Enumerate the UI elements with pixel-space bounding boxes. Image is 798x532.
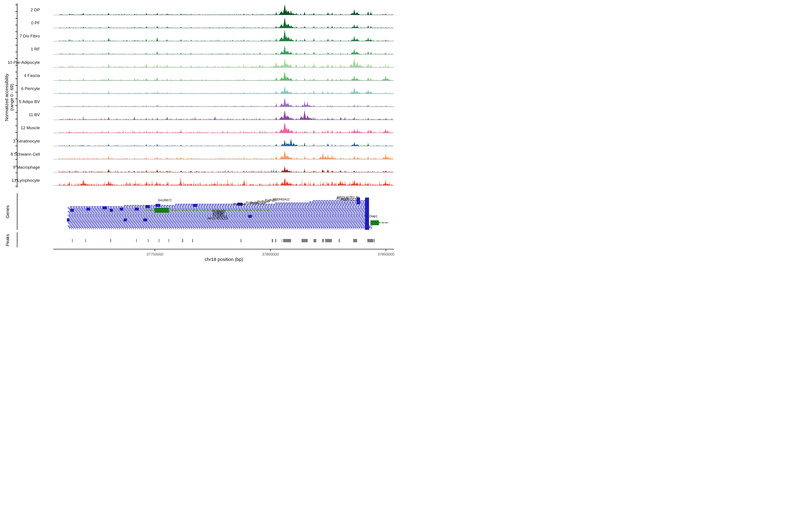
track-label: 2 DP — [0, 7, 40, 13]
tracks-canvas — [0, 0, 399, 266]
gene-label: PCDHGC5 — [341, 197, 357, 201]
track-label: 13 Lymphocyte — [0, 178, 40, 183]
track-label: 9 Macrophage — [0, 165, 40, 170]
track-label: 4 Fascia — [0, 73, 40, 78]
gene-label: PCDHGA9 — [250, 202, 265, 205]
track-label: 1 RF — [0, 47, 40, 52]
track-label: 6 Pericyte — [0, 86, 40, 91]
gene-label: Gm26672 — [158, 198, 172, 202]
genes-panel-label: Genes — [5, 203, 10, 221]
gene-label: RP23-407E2.9 — [208, 216, 228, 220]
genome-browser-figure: Normalized accessibility (range 0 - 69) … — [0, 0, 399, 266]
gene-label: Diap1 — [369, 214, 378, 218]
peaks-panel-label: Peaks — [5, 231, 10, 249]
x-tick-label: 37800000 — [262, 252, 279, 257]
track-label: 10 Pre-Adipocyte — [0, 60, 40, 65]
track-label: 0 PF — [0, 21, 40, 25]
x-tick-label: 37850000 — [378, 252, 394, 257]
x-tick-label: 37750000 — [147, 252, 164, 257]
gene-label: PCDHGA12 — [273, 197, 289, 201]
track-label: 8 Schwann Cell — [0, 152, 40, 157]
track-label: 12 Muscle — [0, 126, 40, 130]
track-label: 11 BV — [0, 112, 40, 117]
gene-label: Pcdhgb4 — [233, 202, 245, 206]
track-label: 3 Keratinocyte — [0, 139, 40, 144]
x-axis-title: chr18 position (bp) — [205, 257, 243, 262]
track-label: 5 Adipo BV — [0, 99, 40, 104]
track-label: 7 Div Fibro — [0, 34, 40, 39]
